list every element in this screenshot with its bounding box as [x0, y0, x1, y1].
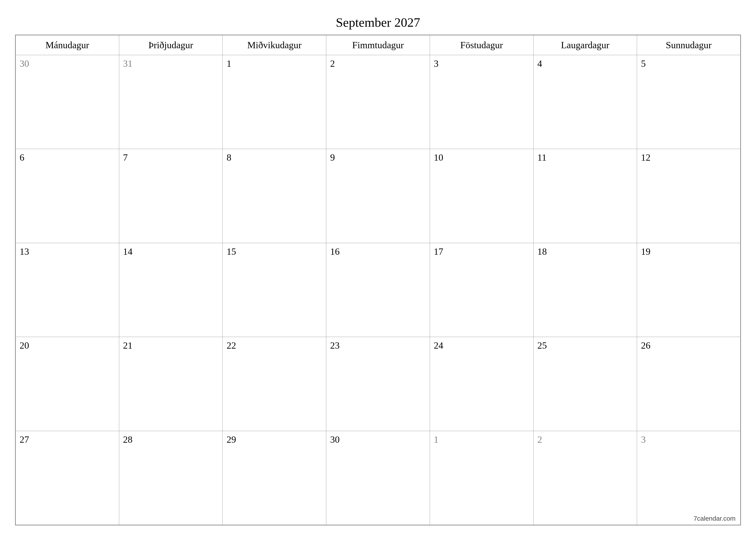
- calendar-day-cell: 11: [533, 149, 637, 243]
- calendar-week-row: 272829301237calendar.com: [15, 431, 741, 525]
- day-number: 26: [641, 340, 650, 351]
- day-number: 10: [434, 152, 443, 163]
- day-number: 2: [537, 434, 542, 445]
- calendar-table: Mánudagur Þriðjudagur Miðvikudagur Fimmt…: [15, 35, 741, 525]
- calendar-day-cell: 22: [223, 337, 326, 431]
- day-number: 19: [641, 246, 650, 257]
- calendar-day-cell: 10: [430, 149, 533, 243]
- day-number: 1: [227, 58, 231, 69]
- calendar-title: September 2027: [15, 15, 741, 30]
- day-number: 4: [537, 58, 542, 69]
- day-number: 14: [123, 246, 133, 257]
- calendar-day-cell: 24: [430, 337, 533, 431]
- day-number: 27: [20, 434, 29, 445]
- day-number: 13: [20, 246, 29, 257]
- day-number: 3: [641, 434, 646, 445]
- calendar-day-cell: 1: [430, 431, 533, 525]
- calendar-day-cell: 1: [223, 55, 326, 149]
- day-number: 8: [227, 152, 231, 163]
- day-number: 12: [641, 152, 650, 163]
- calendar-day-cell: 28: [119, 431, 223, 525]
- calendar-day-cell: 6: [15, 149, 119, 243]
- calendar-day-cell: 31: [119, 55, 223, 149]
- calendar-day-cell: 4: [533, 55, 637, 149]
- calendar-day-cell: 12: [637, 149, 741, 243]
- day-number: 16: [330, 246, 339, 257]
- weekday-header-row: Mánudagur Þriðjudagur Miðvikudagur Fimmt…: [15, 35, 741, 55]
- day-number: 22: [227, 340, 236, 351]
- calendar-day-cell: 20: [15, 337, 119, 431]
- calendar-day-cell: 18: [533, 243, 637, 337]
- weekday-header: Mánudagur: [15, 35, 119, 55]
- weekday-header: Miðvikudagur: [223, 35, 326, 55]
- calendar-day-cell: 27: [15, 431, 119, 525]
- day-number: 20: [20, 340, 29, 351]
- day-number: 24: [434, 340, 443, 351]
- calendar-day-cell: 21: [119, 337, 223, 431]
- day-number: 25: [537, 340, 547, 351]
- day-number: 5: [641, 58, 646, 69]
- calendar-week-row: 6789101112: [15, 149, 741, 243]
- day-number: 21: [123, 340, 133, 351]
- calendar-day-cell: 16: [326, 243, 430, 337]
- day-number: 6: [20, 152, 24, 163]
- day-number: 11: [537, 152, 547, 163]
- calendar-day-cell: 25: [533, 337, 637, 431]
- weekday-header: Þriðjudagur: [119, 35, 223, 55]
- calendar-day-cell: 30: [326, 431, 430, 525]
- weekday-header: Laugardagur: [533, 35, 637, 55]
- calendar-body: 3031123456789101112131415161718192021222…: [15, 55, 741, 525]
- calendar-day-cell: 26: [637, 337, 741, 431]
- weekday-header: Sunnudagur: [637, 35, 741, 55]
- day-number: 29: [227, 434, 236, 445]
- day-number: 15: [227, 246, 236, 257]
- day-number: 30: [330, 434, 339, 445]
- calendar-day-cell: 2: [326, 55, 430, 149]
- day-number: 17: [434, 246, 443, 257]
- day-number: 28: [123, 434, 133, 445]
- calendar-day-cell: 5: [637, 55, 741, 149]
- calendar-week-row: 303112345: [15, 55, 741, 149]
- calendar-day-cell: 2: [533, 431, 637, 525]
- weekday-header: Föstudagur: [430, 35, 533, 55]
- calendar-day-cell: 23: [326, 337, 430, 431]
- calendar-day-cell: 15: [223, 243, 326, 337]
- calendar-week-row: 20212223242526: [15, 337, 741, 431]
- calendar-day-cell: 30: [15, 55, 119, 149]
- day-number: 7: [123, 152, 128, 163]
- calendar-week-row: 13141516171819: [15, 243, 741, 337]
- day-number: 30: [20, 58, 29, 69]
- day-number: 18: [537, 246, 547, 257]
- footer-credit: 7calendar.com: [693, 515, 736, 522]
- calendar-day-cell: 29: [223, 431, 326, 525]
- calendar-day-cell: 3: [430, 55, 533, 149]
- calendar-day-cell: 9: [326, 149, 430, 243]
- calendar-day-cell: 37calendar.com: [637, 431, 741, 525]
- calendar-day-cell: 14: [119, 243, 223, 337]
- calendar-day-cell: 13: [15, 243, 119, 337]
- calendar-day-cell: 8: [223, 149, 326, 243]
- calendar-page: September 2027 Mánudagur Þriðjudagur Mið…: [0, 0, 756, 534]
- day-number: 1: [434, 434, 439, 445]
- calendar-day-cell: 7: [119, 149, 223, 243]
- day-number: 31: [123, 58, 133, 69]
- weekday-header: Fimmtudagur: [326, 35, 430, 55]
- calendar-day-cell: 19: [637, 243, 741, 337]
- day-number: 9: [330, 152, 335, 163]
- calendar-day-cell: 17: [430, 243, 533, 337]
- day-number: 2: [330, 58, 335, 69]
- day-number: 23: [330, 340, 339, 351]
- day-number: 3: [434, 58, 439, 69]
